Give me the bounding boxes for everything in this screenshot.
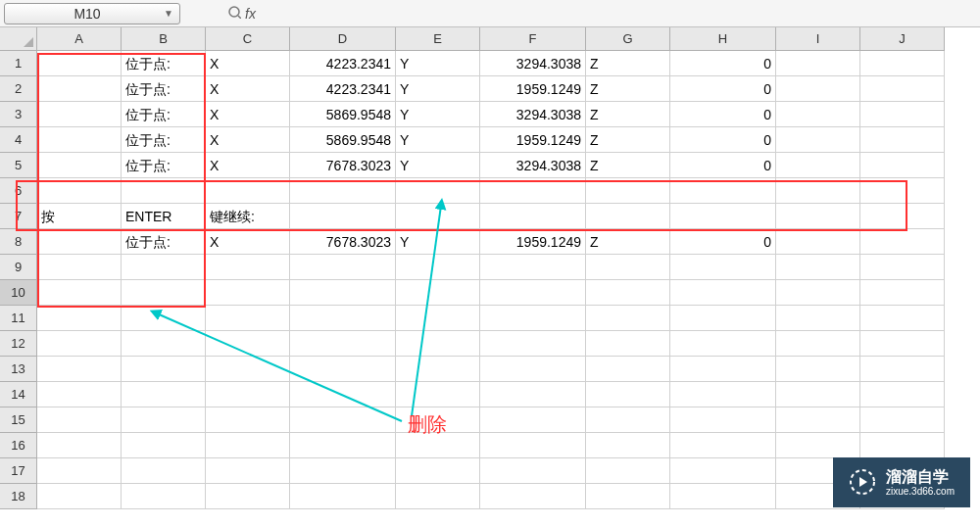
cell-C5[interactable]: X bbox=[206, 153, 290, 178]
cell-H4[interactable]: 0 bbox=[670, 127, 776, 153]
row-header-7[interactable]: 7 bbox=[0, 204, 37, 229]
row-header-3[interactable]: 3 bbox=[0, 102, 37, 127]
cell-F18[interactable] bbox=[480, 484, 586, 509]
cell-G18[interactable] bbox=[586, 484, 670, 509]
cell-D9[interactable] bbox=[290, 255, 396, 280]
cell-C18[interactable] bbox=[206, 484, 290, 509]
cell-B7[interactable]: ENTER bbox=[122, 204, 206, 229]
col-header-J[interactable]: J bbox=[860, 27, 945, 51]
cell-H18[interactable] bbox=[670, 484, 776, 509]
cell-D1[interactable]: 4223.2341 bbox=[290, 51, 396, 76]
cell-A10[interactable] bbox=[37, 280, 122, 306]
cell-D16[interactable] bbox=[290, 433, 396, 458]
cell-H1[interactable]: 0 bbox=[670, 51, 776, 76]
cell-D5[interactable]: 7678.3023 bbox=[290, 153, 396, 178]
cell-C11[interactable] bbox=[206, 306, 290, 331]
cell-H17[interactable] bbox=[670, 458, 776, 484]
cell-J8[interactable] bbox=[860, 229, 945, 255]
row-header-5[interactable]: 5 bbox=[0, 153, 37, 178]
cell-G11[interactable] bbox=[586, 306, 670, 331]
cell-F13[interactable] bbox=[480, 357, 586, 382]
cell-B18[interactable] bbox=[122, 484, 206, 509]
cell-I8[interactable] bbox=[776, 229, 860, 255]
cell-G4[interactable]: Z bbox=[586, 127, 670, 153]
cell-E13[interactable] bbox=[396, 357, 480, 382]
cell-F17[interactable] bbox=[480, 458, 586, 484]
cell-D6[interactable] bbox=[290, 178, 396, 204]
row-header-11[interactable]: 11 bbox=[0, 306, 37, 331]
row-header-13[interactable]: 13 bbox=[0, 357, 37, 382]
cell-G2[interactable]: Z bbox=[586, 76, 670, 102]
col-header-D[interactable]: D bbox=[290, 27, 396, 51]
cell-H6[interactable] bbox=[670, 178, 776, 204]
col-header-H[interactable]: H bbox=[670, 27, 776, 51]
cell-F1[interactable]: 3294.3038 bbox=[480, 51, 586, 76]
cell-I1[interactable] bbox=[776, 51, 860, 76]
cell-A1[interactable] bbox=[37, 51, 122, 76]
row-header-16[interactable]: 16 bbox=[0, 433, 37, 458]
cell-F5[interactable]: 3294.3038 bbox=[480, 153, 586, 178]
cell-C17[interactable] bbox=[206, 458, 290, 484]
cell-D3[interactable]: 5869.9548 bbox=[290, 102, 396, 127]
row-header-17[interactable]: 17 bbox=[0, 458, 37, 484]
cell-E8[interactable]: Y bbox=[396, 229, 480, 255]
cell-C10[interactable] bbox=[206, 280, 290, 306]
cell-G6[interactable] bbox=[586, 178, 670, 204]
cell-E14[interactable] bbox=[396, 382, 480, 407]
cell-G10[interactable] bbox=[586, 280, 670, 306]
cell-D13[interactable] bbox=[290, 357, 396, 382]
cell-A17[interactable] bbox=[37, 458, 122, 484]
cell-C3[interactable]: X bbox=[206, 102, 290, 127]
cell-E11[interactable] bbox=[396, 306, 480, 331]
cell-C9[interactable] bbox=[206, 255, 290, 280]
cell-A12[interactable] bbox=[37, 331, 122, 357]
cell-F10[interactable] bbox=[480, 280, 586, 306]
cell-I14[interactable] bbox=[776, 382, 860, 407]
cancel-icon[interactable] bbox=[227, 5, 241, 22]
cell-H3[interactable]: 0 bbox=[670, 102, 776, 127]
cell-H2[interactable]: 0 bbox=[670, 76, 776, 102]
cell-C2[interactable]: X bbox=[206, 76, 290, 102]
cell-I4[interactable] bbox=[776, 127, 860, 153]
cell-G14[interactable] bbox=[586, 382, 670, 407]
cell-A15[interactable] bbox=[37, 407, 122, 433]
cell-A4[interactable] bbox=[37, 127, 122, 153]
cell-F12[interactable] bbox=[480, 331, 586, 357]
cell-G1[interactable]: Z bbox=[586, 51, 670, 76]
col-header-E[interactable]: E bbox=[396, 27, 480, 51]
cell-A5[interactable] bbox=[37, 153, 122, 178]
cell-C1[interactable]: X bbox=[206, 51, 290, 76]
cell-B12[interactable] bbox=[122, 331, 206, 357]
select-all-corner[interactable] bbox=[0, 27, 37, 51]
cell-I7[interactable] bbox=[776, 204, 860, 229]
cell-I12[interactable] bbox=[776, 331, 860, 357]
col-header-I[interactable]: I bbox=[776, 27, 860, 51]
cell-C7[interactable]: 键继续: bbox=[206, 204, 290, 229]
cell-A14[interactable] bbox=[37, 382, 122, 407]
cell-I5[interactable] bbox=[776, 153, 860, 178]
row-header-8[interactable]: 8 bbox=[0, 229, 37, 255]
cell-D4[interactable]: 5869.9548 bbox=[290, 127, 396, 153]
cell-J5[interactable] bbox=[860, 153, 945, 178]
cell-B14[interactable] bbox=[122, 382, 206, 407]
cell-G7[interactable] bbox=[586, 204, 670, 229]
cell-A11[interactable] bbox=[37, 306, 122, 331]
col-header-C[interactable]: C bbox=[206, 27, 290, 51]
cell-J10[interactable] bbox=[860, 280, 945, 306]
cell-H16[interactable] bbox=[670, 433, 776, 458]
cell-C16[interactable] bbox=[206, 433, 290, 458]
cell-E18[interactable] bbox=[396, 484, 480, 509]
cell-H8[interactable]: 0 bbox=[670, 229, 776, 255]
cell-G17[interactable] bbox=[586, 458, 670, 484]
cell-A3[interactable] bbox=[37, 102, 122, 127]
cell-G16[interactable] bbox=[586, 433, 670, 458]
cell-J15[interactable] bbox=[860, 407, 945, 433]
cell-J13[interactable] bbox=[860, 357, 945, 382]
cell-B9[interactable] bbox=[122, 255, 206, 280]
cell-J2[interactable] bbox=[860, 76, 945, 102]
cell-D10[interactable] bbox=[290, 280, 396, 306]
cell-D15[interactable] bbox=[290, 407, 396, 433]
cell-C13[interactable] bbox=[206, 357, 290, 382]
cell-G5[interactable]: Z bbox=[586, 153, 670, 178]
cell-F6[interactable] bbox=[480, 178, 586, 204]
